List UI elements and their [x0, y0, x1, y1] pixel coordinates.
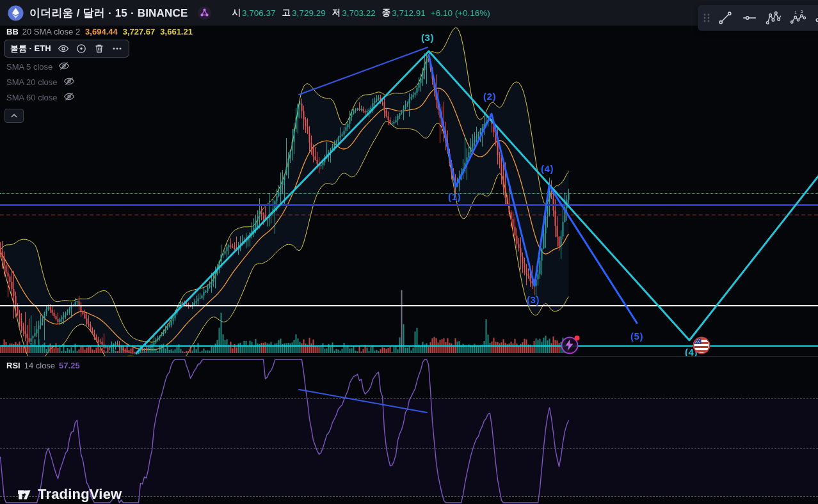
bb-lower-value: 3,661.21: [160, 27, 193, 36]
us-flag-sticker[interactable]: [693, 337, 710, 354]
wave-pattern-tool[interactable]: [762, 8, 786, 28]
bb-basis-value: 3,694.44: [85, 27, 118, 36]
eye-off-icon[interactable]: [63, 91, 75, 104]
price-trendline[interactable]: [299, 47, 428, 95]
sticker-ring: [693, 337, 710, 354]
eye-off-icon[interactable]: [63, 75, 75, 89]
tradingview-logo-text: TradingView: [38, 486, 122, 503]
svg-text:1: 1: [794, 10, 797, 15]
primary-elliott-wave[interactable]: [136, 51, 818, 353]
settings-icon[interactable]: [76, 43, 87, 54]
drawing-toolbar: 1 5: [698, 5, 818, 31]
rsi-trendline[interactable]: [299, 390, 427, 413]
collapse-legend-button[interactable]: [4, 109, 24, 123]
sma20-label: SMA 20 close: [6, 77, 58, 87]
bb-upper-value: 3,727.67: [123, 27, 156, 36]
numbered-wave-tool[interactable]: 1 5: [786, 8, 810, 28]
more-options-icon[interactable]: [111, 43, 123, 54]
us-flag-icon: [694, 338, 709, 352]
high-value: 3,729.29: [292, 8, 326, 18]
tradingview-logo-icon: [17, 486, 33, 503]
bb-params: 20 SMA close 2: [22, 27, 80, 36]
rsi-params: 14 close: [24, 361, 55, 370]
ethereum-logo-icon: [8, 5, 24, 21]
open-value: 3,706.37: [242, 8, 276, 18]
toolbar-drag-handle[interactable]: [703, 12, 710, 24]
lightning-emoji-sticker[interactable]: [561, 337, 579, 354]
low-label: 저: [332, 7, 341, 19]
sma20-legend-row[interactable]: SMA 20 close: [6, 74, 193, 90]
symbol-title[interactable]: 이더리움 / 달러 · 15 · BINANCE: [29, 6, 188, 20]
delete-icon[interactable]: [93, 43, 105, 54]
volume-title: 볼륨 · ETH: [10, 43, 51, 54]
rsi-title: RSI: [6, 361, 20, 370]
svg-text:5: 5: [801, 10, 803, 13]
change-value: +6.10 (+0.16%): [431, 8, 490, 18]
close-value: 3,712.91: [392, 8, 426, 18]
close-label: 종: [382, 7, 391, 19]
horizontal-ray-tool[interactable]: [737, 8, 762, 28]
alert-dot: [575, 336, 580, 341]
script-publisher-icon[interactable]: [197, 6, 212, 20]
sma5-legend-row[interactable]: SMA 5 close: [6, 59, 193, 74]
sma60-legend-row[interactable]: SMA 60 close: [6, 90, 193, 105]
tradingview-watermark[interactable]: TradingView: [17, 486, 122, 503]
rsi-pane: RSI 14 close 57.25: [0, 356, 818, 504]
low-value: 3,703.22: [342, 8, 376, 18]
rsi-drawings-layer: [0, 357, 818, 504]
open-label: 시: [232, 7, 241, 19]
ohlc-row: 시 3,706.37 고 3,729.29 저 3,703.22 종 3,712…: [226, 7, 490, 19]
indicator-legend: BB 20 SMA close 2 3,694.44 3,727.67 3,66…: [6, 26, 193, 123]
lightning-icon: [565, 340, 574, 351]
eye-icon[interactable]: [58, 43, 69, 54]
trend-line-tool[interactable]: [713, 8, 737, 28]
eye-off-icon[interactable]: [58, 60, 70, 74]
high-label: 고: [282, 7, 291, 19]
bb-title: BB: [6, 27, 19, 36]
sma60-label: SMA 60 close: [6, 93, 58, 102]
rsi-value: 57.25: [59, 361, 80, 370]
rsi-legend[interactable]: RSI 14 close 57.25: [6, 361, 80, 370]
bb-legend-row[interactable]: BB 20 SMA close 2 3,694.44 3,727.67 3,66…: [6, 26, 193, 37]
sub-elliott-wave[interactable]: [429, 55, 637, 323]
sma5-label: SMA 5 close: [6, 62, 52, 72]
volume-legend-box[interactable]: 볼륨 · ETH: [4, 40, 129, 58]
clipped-tool[interactable]: [810, 8, 818, 28]
symbol-header: 이더리움 / 달러 · 15 · BINANCE 시 3,706.37 고 3,…: [0, 0, 818, 26]
